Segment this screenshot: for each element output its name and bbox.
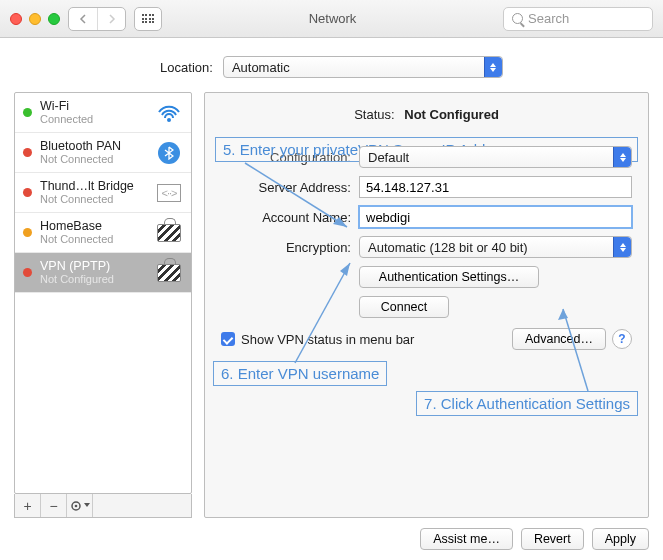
location-popup[interactable]: Automatic (223, 56, 503, 78)
status-dot-icon (23, 228, 32, 237)
sidebar-item-vpn-pptp[interactable]: VPN (PPTP)Not Configured (15, 253, 191, 293)
updown-icon (484, 57, 502, 77)
server-address-input[interactable] (359, 176, 632, 198)
search-placeholder: Search (528, 11, 569, 26)
annotation-step7: 7. Click Authentication Settings (416, 391, 638, 416)
annotation-step6: 6. Enter VPN username (213, 361, 387, 386)
sidebar-item-bluetooth[interactable]: Bluetooth PANNot Connected (15, 133, 191, 173)
sidebar-item-homebase[interactable]: HomeBaseNot Connected (15, 213, 191, 253)
encryption-value: Automatic (128 bit or 40 bit) (368, 240, 528, 255)
status-dot-icon (23, 148, 32, 157)
chevron-down-icon (84, 503, 90, 508)
close-icon[interactable] (10, 13, 22, 25)
server-address-label: Server Address: (221, 180, 351, 195)
updown-icon (613, 147, 631, 167)
service-name: VPN (PPTP) (40, 259, 147, 273)
service-name: Wi-Fi (40, 99, 147, 113)
advanced-button[interactable]: Advanced… (512, 328, 606, 350)
search-input[interactable]: Search (503, 7, 653, 31)
show-vpn-status-label: Show VPN status in menu bar (241, 332, 506, 347)
add-service-button[interactable]: + (15, 494, 41, 517)
sidebar-item-thunderbolt[interactable]: Thund…lt BridgeNot Connected <··> (15, 173, 191, 213)
configuration-value: Default (368, 150, 409, 165)
sidebar-footer: + − (14, 494, 192, 518)
service-sub: Not Connected (40, 193, 147, 206)
search-icon (512, 13, 523, 24)
zoom-icon[interactable] (48, 13, 60, 25)
status-label: Status: (354, 107, 394, 122)
minimize-icon[interactable] (29, 13, 41, 25)
revert-button[interactable]: Revert (521, 528, 584, 550)
account-name-label: Account Name: (221, 210, 351, 225)
thunderbolt-icon: <··> (155, 182, 183, 204)
updown-icon (613, 237, 631, 257)
service-sub: Not Connected (40, 233, 147, 246)
service-list: Wi-FiConnected Bluetooth PANNot Connecte… (14, 92, 192, 494)
connect-button[interactable]: Connect (359, 296, 449, 318)
nav-back-forward[interactable] (68, 7, 126, 31)
status-dot-icon (23, 268, 32, 277)
sidebar-item-wifi[interactable]: Wi-FiConnected (15, 93, 191, 133)
svg-point-0 (168, 119, 170, 121)
status-value: Not Configured (404, 107, 499, 122)
back-button[interactable] (69, 8, 97, 30)
assist-me-button[interactable]: Assist me… (420, 528, 513, 550)
vpn-lock-icon (155, 222, 183, 244)
status-dot-icon (23, 188, 32, 197)
service-name: Thund…lt Bridge (40, 179, 147, 193)
apply-button[interactable]: Apply (592, 528, 649, 550)
vpn-lock-icon (155, 262, 183, 284)
encryption-popup[interactable]: Automatic (128 bit or 40 bit) (359, 236, 632, 258)
svg-point-2 (74, 504, 77, 507)
show-all-button[interactable] (134, 7, 162, 31)
forward-button[interactable] (97, 8, 125, 30)
service-name: HomeBase (40, 219, 147, 233)
configuration-label: Configuration: (221, 150, 351, 165)
service-name: Bluetooth PAN (40, 139, 147, 153)
help-button[interactable]: ? (612, 329, 632, 349)
authentication-settings-button[interactable]: Authentication Settings… (359, 266, 539, 288)
show-vpn-status-checkbox[interactable] (221, 332, 235, 346)
remove-service-button[interactable]: − (41, 494, 67, 517)
status-dot-icon (23, 108, 32, 117)
encryption-label: Encryption: (221, 240, 351, 255)
bottom-button-bar: Assist me… Revert Apply (14, 518, 649, 550)
titlebar: Network Search (0, 0, 663, 38)
detail-panel: Status: Not Configured 5. Enter your pri… (204, 92, 649, 518)
grid-icon (142, 14, 155, 23)
wifi-icon (155, 102, 183, 124)
service-sub: Not Connected (40, 153, 147, 166)
window-controls (10, 13, 60, 25)
service-sub: Not Configured (40, 273, 147, 286)
location-value: Automatic (232, 60, 290, 75)
location-label: Location: (160, 60, 213, 75)
account-name-input[interactable] (359, 206, 632, 228)
configuration-popup[interactable]: Default (359, 146, 632, 168)
window-title: Network (170, 11, 495, 26)
gear-icon (70, 500, 90, 512)
bluetooth-icon (155, 142, 183, 164)
service-sub: Connected (40, 113, 147, 126)
service-actions-button[interactable] (67, 494, 93, 517)
